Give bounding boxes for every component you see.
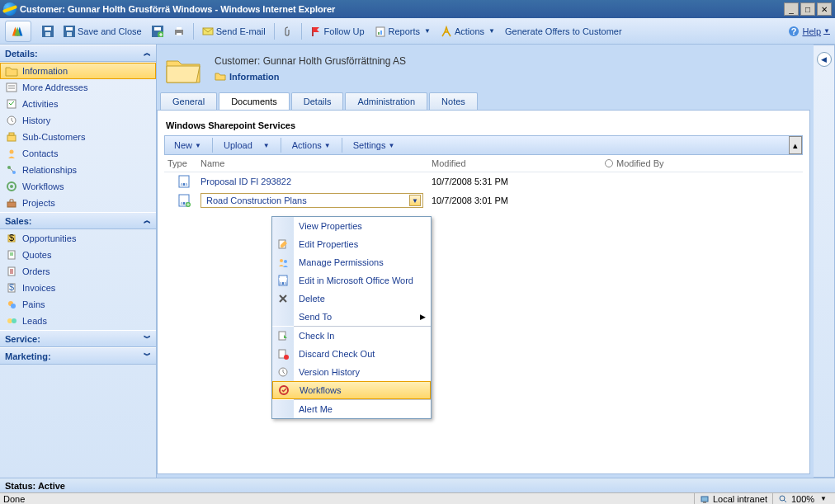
- reports-button[interactable]: Reports▼: [370, 22, 435, 40]
- doc-name-dropdown[interactable]: Road Construction Plans ▼: [200, 193, 423, 208]
- col-modified-by[interactable]: Modified By: [605, 158, 800, 168]
- ctx-version-history[interactable]: Version History: [272, 363, 431, 381]
- attach-button[interactable]: [279, 22, 297, 40]
- nav-item-information[interactable]: Information: [0, 63, 156, 79]
- sharepoint-toolbar: New▼ Upload▼ Actions▼ Settings▼ ▴: [164, 135, 803, 155]
- tab-administration[interactable]: Administration: [345, 92, 427, 110]
- nav-item-quotes[interactable]: Quotes: [0, 247, 156, 263]
- minimize-button[interactable]: _: [784, 2, 799, 16]
- follow-up-button[interactable]: Follow Up: [306, 22, 369, 40]
- relationships-icon: [5, 163, 18, 177]
- main-panel: Customer: Gunnar Holth Grusförrättning A…: [157, 45, 814, 478]
- nav-item-sub-customers[interactable]: Sub-Customers: [0, 129, 156, 145]
- print-button[interactable]: [169, 22, 189, 40]
- nav-item-projects[interactable]: Projects: [0, 195, 156, 211]
- folder-icon: [5, 64, 18, 78]
- sp-new-button[interactable]: New▼: [168, 138, 207, 153]
- svg-rect-15: [380, 31, 382, 35]
- help-link[interactable]: ? Help▼: [788, 26, 830, 37]
- follow-up-label: Follow Up: [324, 26, 365, 36]
- sp-settings-button[interactable]: Settings▼: [347, 138, 401, 153]
- customers-icon: [5, 130, 18, 144]
- ctx-check-in[interactable]: Check In: [272, 327, 431, 345]
- nav-item-pains[interactable]: Pains: [0, 296, 156, 313]
- maximize-button[interactable]: □: [800, 2, 815, 16]
- workflow-icon: [278, 384, 290, 396]
- record-status-bar: Status: Active: [0, 478, 835, 492]
- actions-icon: [441, 26, 452, 37]
- invoice-icon: $: [5, 281, 18, 294]
- ctx-send-to[interactable]: Send To▶: [272, 308, 431, 326]
- left-nav: Details:︽ Information More Addresses Act…: [0, 45, 157, 478]
- svg-rect-18: [7, 83, 17, 92]
- document-row[interactable]: W Road Construction Plans ▼ 10/7/2008 3:…: [164, 191, 803, 210]
- send-email-button[interactable]: Send E-mail: [198, 22, 270, 40]
- ctx-discard-checkout[interactable]: Discard Check Out: [272, 345, 431, 363]
- nav-header-marketing[interactable]: Marketing:︾: [0, 347, 156, 365]
- nav-item-contacts[interactable]: Contacts: [0, 145, 156, 162]
- ctx-delete[interactable]: Delete: [272, 290, 431, 308]
- tab-general[interactable]: General: [160, 92, 217, 110]
- ie-icon: [3, 2, 17, 16]
- nav-header-details[interactable]: Details:︽: [0, 45, 156, 62]
- sp-actions-button[interactable]: Actions▼: [286, 138, 337, 153]
- svg-text:$: $: [9, 282, 14, 292]
- expand-left-button[interactable]: ◀: [817, 52, 832, 67]
- nav-item-more-addresses[interactable]: More Addresses: [0, 79, 156, 96]
- svg-point-36: [11, 304, 16, 309]
- sharepoint-title: Windows Sharepoint Services: [164, 117, 803, 135]
- workflow-icon: [5, 180, 18, 193]
- dynamics-logo[interactable]: [5, 21, 31, 42]
- nav-item-opportunities[interactable]: $Opportunities: [0, 230, 156, 247]
- nav-item-orders[interactable]: Orders: [0, 263, 156, 280]
- order-icon: [5, 265, 18, 278]
- ctx-workflows[interactable]: Workflows: [272, 381, 431, 399]
- quote-icon: [5, 248, 18, 261]
- ctx-alert-me[interactable]: Alert Me: [272, 400, 431, 418]
- col-type[interactable]: Type: [167, 158, 200, 168]
- tab-notes[interactable]: Notes: [429, 92, 478, 110]
- document-row[interactable]: W Proposal ID FI 293822 10/7/2008 5:31 P…: [164, 172, 803, 191]
- expand-icon: ︾: [144, 333, 151, 344]
- ctx-view-properties[interactable]: View Properties: [272, 217, 431, 235]
- col-name[interactable]: Name: [200, 158, 432, 168]
- save-button[interactable]: [38, 22, 58, 40]
- dropdown-button[interactable]: ▼: [409, 195, 421, 206]
- ctx-edit-properties[interactable]: Edit Properties: [272, 235, 431, 253]
- zoom-icon: [778, 494, 788, 504]
- save-and-close-button[interactable]: Save and Close: [59, 22, 146, 40]
- right-expander: ◀: [814, 45, 835, 478]
- generate-offers-button[interactable]: Generate Offers to Customer: [501, 22, 626, 40]
- ctx-manage-permissions[interactable]: Manage Permissions: [272, 253, 431, 271]
- sp-upload-button[interactable]: Upload▼: [218, 138, 276, 153]
- nav-item-activities[interactable]: Activities: [0, 96, 156, 112]
- nav-header-sales[interactable]: Sales:︽: [0, 212, 156, 229]
- save-new-button[interactable]: [148, 22, 167, 40]
- tab-documents[interactable]: Documents: [219, 92, 290, 110]
- actions-button[interactable]: Actions▼: [436, 22, 499, 40]
- status-text: Done: [3, 494, 25, 504]
- doc-name[interactable]: Proposal ID FI 293822: [200, 177, 432, 186]
- mail-icon: [202, 26, 214, 37]
- close-button[interactable]: ✕: [817, 2, 832, 16]
- nav-item-history[interactable]: History: [0, 112, 156, 129]
- nav-item-leads[interactable]: Leads: [0, 313, 156, 329]
- col-modified[interactable]: Modified: [432, 158, 605, 168]
- svg-rect-10: [177, 27, 182, 30]
- nav-item-relationships[interactable]: Relationships: [0, 162, 156, 178]
- svg-rect-28: [7, 202, 16, 207]
- nav-header-service[interactable]: Service:︾: [0, 330, 156, 347]
- nav-item-invoices[interactable]: $Invoices: [0, 280, 156, 296]
- flag-icon: [310, 26, 322, 37]
- nav-item-workflows[interactable]: Workflows: [0, 178, 156, 195]
- folder-icon: [215, 71, 226, 81]
- documents-panel: Windows Sharepoint Services New▼ Upload▼…: [157, 110, 810, 474]
- address-icon: [5, 81, 18, 94]
- zoom-control[interactable]: 100%▼: [772, 493, 832, 504]
- security-zone[interactable]: Local intranet: [694, 493, 772, 504]
- scroll-up-button[interactable]: ▴: [789, 136, 802, 154]
- tab-details[interactable]: Details: [291, 92, 344, 110]
- history-icon: [5, 114, 18, 127]
- document-header: Type Name Modified Modified By: [164, 155, 803, 172]
- ctx-edit-in-word[interactable]: WEdit in Microsoft Office Word: [272, 271, 431, 290]
